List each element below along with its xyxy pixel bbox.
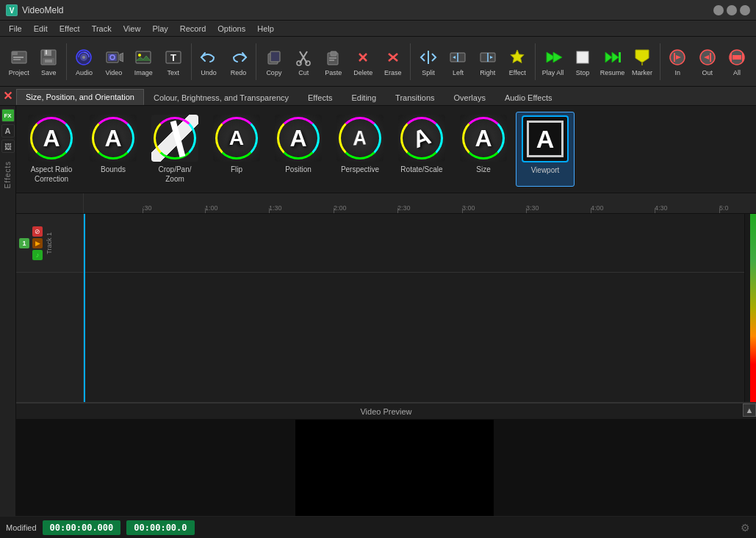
- paste-button[interactable]: Paste: [319, 40, 348, 83]
- effect-rotate-scale[interactable]: A Rotate/Scale: [392, 112, 451, 187]
- svg-rect-8: [46, 50, 47, 54]
- delete-button[interactable]: Delete: [348, 40, 377, 83]
- tracks-section: 1 ⊘ ▶ ♪ Track 1: [16, 214, 756, 402]
- menu-play[interactable]: Play: [146, 23, 173, 35]
- menu-effect[interactable]: Effect: [54, 23, 86, 35]
- right-icon: [478, 47, 498, 68]
- svg-marker-15: [120, 53, 123, 62]
- effect-viewport-icon: A: [522, 115, 569, 162]
- play-all-button[interactable]: Play All: [539, 40, 567, 83]
- effect-crop-pan-zoom-icon: [151, 115, 198, 162]
- menu-options[interactable]: Options: [212, 23, 251, 35]
- effect-bounds-label: Bounds: [101, 165, 126, 174]
- cut-button[interactable]: Cut: [289, 40, 318, 83]
- tab-effects[interactable]: Effects: [298, 90, 342, 105]
- stop-icon: [572, 47, 593, 68]
- copy-button[interactable]: Copy: [259, 40, 288, 83]
- svg-text:V: V: [10, 7, 15, 15]
- preview-scroll-button[interactable]: ▲: [743, 404, 756, 417]
- close-effects-button[interactable]: ✕: [0, 86, 15, 105]
- preview-left-area: [16, 420, 295, 516]
- menu-help[interactable]: Help: [251, 23, 280, 35]
- track-audio-button[interactable]: ♪: [32, 250, 43, 260]
- effect-aspect-ratio-label: Aspect RatioCorrection: [31, 165, 73, 184]
- effect-size-label: Size: [476, 165, 490, 174]
- track-mute-button[interactable]: ⊘: [32, 226, 43, 237]
- preview-body: [16, 420, 756, 516]
- left-icon: [447, 47, 468, 68]
- redo-button[interactable]: Redo: [224, 40, 253, 83]
- tab-editing[interactable]: Editing: [342, 90, 386, 105]
- effect-rotate-scale-icon: A: [398, 115, 445, 162]
- effects-panel: A Aspect RatioCorrection A Bounds: [16, 106, 756, 193]
- undo-button[interactable]: Undo: [194, 40, 223, 83]
- tab-overlays[interactable]: Overlays: [444, 90, 495, 105]
- effect-crop-pan-zoom[interactable]: Crop/Pan/Zoom: [145, 112, 204, 187]
- image-button[interactable]: Image: [129, 40, 158, 83]
- menu-view[interactable]: View: [118, 23, 147, 35]
- left-button[interactable]: Left: [444, 40, 472, 83]
- image-sidebar-icon[interactable]: 🖼: [1, 140, 15, 153]
- project-button[interactable]: Project: [4, 40, 33, 83]
- erase-button[interactable]: Erase: [378, 40, 407, 83]
- svg-rect-32: [329, 60, 334, 61]
- menu-track[interactable]: Track: [86, 23, 118, 35]
- toolbar: Project Save: [0, 37, 756, 87]
- delete-icon: [353, 47, 373, 68]
- split-button[interactable]: Split: [414, 40, 442, 83]
- marker-button[interactable]: Marker: [627, 40, 656, 83]
- erase-icon: [383, 47, 403, 68]
- tab-size-position[interactable]: Size, Position, and Orientation: [16, 89, 144, 105]
- effects-sidebar-icon[interactable]: FX: [1, 109, 15, 122]
- close-button[interactable]: [740, 5, 750, 15]
- right-button[interactable]: Right: [473, 40, 502, 83]
- ruler-mark: :30: [143, 204, 152, 212]
- effect-bounds[interactable]: A Bounds: [84, 112, 143, 187]
- tab-audio-effects[interactable]: Audio Effects: [495, 90, 562, 105]
- svg-rect-7: [44, 50, 51, 56]
- stop-button[interactable]: Stop: [568, 40, 597, 83]
- all-button[interactable]: All: [722, 40, 751, 83]
- cut-icon: [293, 47, 314, 68]
- out-button[interactable]: Out: [693, 40, 721, 83]
- effect-perspective[interactable]: A Perspective: [331, 112, 389, 187]
- effect-position-icon: A: [275, 115, 322, 162]
- maximize-button[interactable]: [727, 5, 737, 15]
- preview-screen: [295, 420, 494, 516]
- in-button[interactable]: In: [663, 40, 692, 83]
- effect-aspect-ratio-icon: A: [28, 115, 75, 162]
- effect-flip[interactable]: A Flip: [207, 112, 266, 187]
- text-button[interactable]: T Text: [159, 40, 187, 83]
- effect-viewport[interactable]: A Viewport: [516, 112, 575, 187]
- svg-marker-46: [605, 52, 612, 62]
- image-icon: [133, 47, 154, 68]
- menu-edit[interactable]: Edit: [28, 23, 54, 35]
- ruler-spacer: [16, 193, 84, 213]
- save-button[interactable]: Save: [34, 40, 62, 83]
- svg-marker-44: [553, 52, 562, 62]
- ruler-mark: 2:00: [334, 204, 347, 212]
- volume-meter: [750, 214, 756, 402]
- tab-colour[interactable]: Colour, Brightness, and Transparency: [144, 90, 298, 105]
- effect-aspect-ratio[interactable]: A Aspect RatioCorrection: [22, 112, 81, 187]
- minimize-button[interactable]: [713, 5, 724, 15]
- track-video-button[interactable]: ▶: [32, 238, 43, 248]
- app-title: VideoMeld: [22, 5, 63, 15]
- resume-button[interactable]: Resume: [598, 40, 627, 83]
- statusbar: Modified 00:00:00.000 00:00:00.0 ⚙: [0, 516, 756, 538]
- effect-perspective-icon: A: [336, 115, 384, 162]
- effect-size[interactable]: A Size: [454, 112, 513, 187]
- text-sidebar-icon[interactable]: A: [1, 124, 15, 137]
- menu-record[interactable]: Record: [174, 23, 212, 35]
- effect-position[interactable]: A Position: [269, 112, 328, 187]
- effect-button[interactable]: Effect: [503, 40, 532, 83]
- audio-button[interactable]: Audio: [70, 40, 98, 83]
- track-lanes[interactable]: [84, 214, 744, 402]
- split-icon: [418, 47, 439, 68]
- menu-file[interactable]: File: [3, 23, 28, 35]
- status-time2: 00:00:00.0: [126, 520, 194, 535]
- video-button[interactable]: Video: [99, 40, 128, 83]
- vertical-scrollbar[interactable]: [744, 214, 756, 402]
- sep-2: [191, 43, 192, 80]
- tab-transitions[interactable]: Transitions: [386, 90, 444, 105]
